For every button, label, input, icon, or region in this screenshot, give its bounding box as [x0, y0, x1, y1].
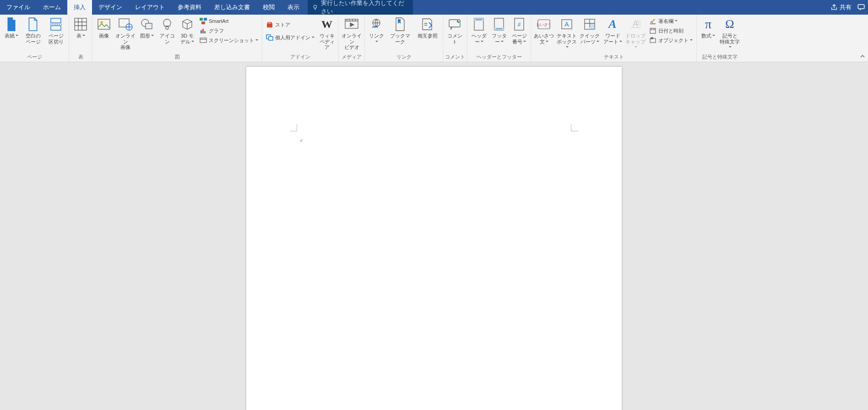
shapes-button[interactable]: 図形	[137, 16, 157, 39]
signature-icon	[650, 18, 656, 24]
wordart-icon: A	[608, 17, 616, 31]
footer-button[interactable]: フッター	[489, 16, 509, 44]
ribbon: 表紙 空白の ページ ページ 区切り ページ 表 表 画	[0, 15, 868, 62]
group-symbols: π 数式 Ω 記号と 特殊文字 記号と特殊文字	[697, 15, 743, 62]
tab-view[interactable]: 表示	[281, 0, 306, 15]
svg-rect-3	[51, 26, 61, 30]
equation-button[interactable]: π 数式	[699, 16, 718, 39]
greeting-button[interactable]: あいさつ あいさつ 文	[533, 16, 555, 44]
tab-review[interactable]: 校閲	[256, 0, 281, 15]
online-video-button[interactable]: オンライン ビデオ	[341, 16, 363, 50]
link-icon	[369, 18, 383, 30]
group-tables: 表 表	[69, 15, 92, 62]
header-button[interactable]: ヘッダー	[469, 16, 488, 44]
object-icon	[650, 37, 656, 43]
wikipedia-icon: W	[321, 18, 332, 31]
titlebar-right: 共有	[830, 0, 865, 15]
tab-design[interactable]: デザイン	[92, 0, 129, 15]
bookmark-button[interactable]: ブックマーク	[387, 16, 413, 44]
greeting-icon: あいさつ	[537, 19, 551, 30]
signature-line-button[interactable]: 署名欄	[647, 16, 694, 26]
group-pages: 表紙 空白の ページ ページ 区切り ページ	[0, 15, 69, 62]
tab-home[interactable]: ホーム	[37, 0, 67, 15]
group-pages-label: ページ	[2, 53, 67, 62]
screenshot-button[interactable]: スクリーンショット	[198, 36, 260, 45]
tab-layout[interactable]: レイアウト	[129, 0, 171, 15]
svg-rect-15	[201, 30, 202, 33]
share-button[interactable]: 共有	[830, 3, 852, 11]
group-tables-label: 表	[71, 53, 90, 62]
page-blank-icon	[27, 17, 39, 31]
quick-parts-button[interactable]: クイック パーツ	[579, 16, 601, 44]
svg-rect-18	[200, 38, 206, 43]
wikipedia-button[interactable]: W ウィキ ペディア	[317, 16, 336, 50]
tell-me-search[interactable]: 実行したい作業を入力してください	[308, 0, 413, 15]
collapse-ribbon-button[interactable]	[860, 54, 865, 60]
omega-icon: Ω	[725, 17, 734, 31]
3d-models-button[interactable]: 3D モ デル	[178, 16, 197, 44]
date-time-button[interactable]: 日付と時刻	[647, 26, 694, 35]
object-button[interactable]: オブジェクト	[647, 36, 694, 45]
crossref-icon	[421, 18, 434, 31]
symbol-button[interactable]: Ω 記号と 特殊文字	[719, 16, 741, 50]
document-page[interactable]: ↲	[246, 67, 622, 410]
tab-mailings[interactable]: 差し込み文書	[208, 0, 256, 15]
video-icon	[344, 18, 359, 30]
document-workspace[interactable]: ↲	[0, 62, 868, 410]
textbox-icon: A	[560, 18, 573, 30]
chevron-up-icon	[860, 54, 865, 59]
svg-text:あいさつ: あいさつ	[537, 22, 551, 27]
icons-icon	[161, 18, 174, 31]
chart-icon	[200, 27, 206, 34]
smartart-button[interactable]: SmartArt	[198, 16, 260, 26]
header-icon	[473, 17, 485, 31]
textbox-button[interactable]: A テキスト ボックス	[556, 16, 578, 50]
addin-icon	[266, 34, 273, 41]
margin-corner-tl	[290, 124, 297, 131]
group-addins: ストア 個人用アドイン W ウィキ ペディア アドイン	[262, 15, 339, 62]
tab-file[interactable]: ファイル	[0, 0, 37, 15]
table-icon	[74, 17, 87, 31]
svg-rect-7	[119, 19, 129, 27]
tab-insert[interactable]: 挿入	[67, 0, 92, 15]
svg-rect-39	[651, 38, 653, 39]
cover-page-button[interactable]: 表紙	[2, 16, 21, 39]
paragraph-mark: ↲	[299, 138, 303, 143]
footer-icon	[493, 17, 505, 31]
ribbon-tabs: ファイル ホーム 挿入 デザイン レイアウト 参考資料 差し込み文書 校閲 表示…	[0, 0, 868, 15]
store-button[interactable]: ストア	[264, 20, 316, 29]
blank-page-button[interactable]: 空白の ページ	[22, 16, 44, 44]
svg-rect-5	[98, 19, 110, 29]
shapes-icon	[140, 18, 154, 31]
group-media: オンライン ビデオ メディア	[339, 15, 365, 62]
table-button[interactable]: 表	[71, 16, 90, 39]
dropcap-icon: A	[629, 18, 642, 30]
group-text-label: テキスト	[533, 53, 694, 62]
chart-button[interactable]: グラフ	[198, 26, 260, 35]
my-addins-button[interactable]: 個人用アドイン	[264, 33, 316, 42]
group-links: リンク ブックマーク 相互参照 リンク	[365, 15, 443, 62]
svg-rect-20	[269, 37, 273, 40]
pictures-button[interactable]: 画像	[94, 16, 114, 39]
svg-rect-16	[202, 29, 204, 33]
link-button[interactable]: リンク	[367, 16, 386, 44]
page-number-button[interactable]: # ページ 番号	[510, 16, 529, 44]
svg-rect-35	[590, 24, 594, 29]
wordart-button[interactable]: A ワード アート	[602, 16, 624, 44]
svg-rect-17	[204, 31, 206, 33]
svg-rect-4	[75, 18, 87, 30]
lightbulb-icon	[312, 4, 318, 11]
page-break-button[interactable]: ページ 区切り	[45, 16, 67, 44]
share-label: 共有	[840, 3, 852, 11]
icons-button[interactable]: アイコン	[157, 16, 177, 44]
comment-button[interactable]: コメント	[445, 16, 464, 44]
svg-rect-2	[51, 18, 61, 23]
cross-reference-button[interactable]: 相互参照	[414, 16, 441, 39]
tab-references[interactable]: 参考資料	[171, 0, 208, 15]
feedback-icon[interactable]	[857, 3, 865, 11]
online-pictures-button[interactable]: オンライン 画像	[114, 16, 136, 50]
svg-rect-14	[201, 22, 205, 24]
screenshot-icon	[200, 38, 207, 43]
dropcap-button[interactable]: A ドロップ キャップ	[624, 16, 646, 50]
comment-icon	[448, 18, 461, 30]
